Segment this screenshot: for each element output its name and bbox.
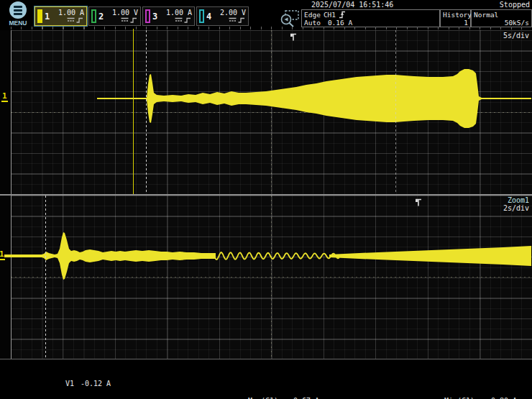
cursor-row: V1-0.12 A xyxy=(47,380,124,387)
channel-3-settings[interactable]: 3 1.00 A xyxy=(142,6,195,26)
probe-step-icon xyxy=(184,17,192,23)
dc-coupling-icon xyxy=(121,17,129,22)
channel-1-trace xyxy=(0,30,532,194)
trigger-position-marker[interactable] xyxy=(289,31,298,45)
channel-1-scale: 1.00 A xyxy=(58,9,84,17)
channel-3-color-bar xyxy=(145,9,150,23)
datetime: 2025/07/04 16:51:46 xyxy=(311,1,393,9)
header-bar: MENU 1 1.00 A 2 1.00 V 3 1.00 A xyxy=(0,0,532,29)
zoom-waveform-window[interactable] xyxy=(0,194,532,359)
menu-button[interactable]: MENU xyxy=(4,1,32,29)
zoom-trigger-position-marker[interactable] xyxy=(414,196,423,210)
time-ruler xyxy=(11,27,532,29)
channel-1-zoom-trace xyxy=(0,196,532,359)
trigger-settings-box[interactable]: Edge CH1 Auto 0.16 A xyxy=(301,9,440,27)
channel-1-position-marker[interactable]: 1 xyxy=(1,92,8,102)
channel-4-scale: 2.00 V xyxy=(220,9,246,17)
zoom-search-icon[interactable] xyxy=(279,9,301,27)
probe-step-icon xyxy=(238,17,246,23)
channel-4-color-bar xyxy=(199,9,204,23)
channel-4-number: 4 xyxy=(206,12,211,22)
trigger-type: Edge xyxy=(304,11,321,19)
channel-2-number: 2 xyxy=(98,12,104,22)
zoom-window-label: Zoom1 xyxy=(508,196,529,204)
channel-2-settings[interactable]: 2 1.00 V xyxy=(88,6,141,26)
dc-coupling-icon xyxy=(229,17,237,22)
probe-step-icon xyxy=(76,17,84,23)
time-cursor-2[interactable] xyxy=(395,30,396,194)
channel-2-color-bar xyxy=(91,9,96,23)
channel-1-zoom-position-marker[interactable]: 1 xyxy=(0,250,5,260)
channel-2-scale: 1.00 V xyxy=(112,9,138,17)
menu-icon xyxy=(9,1,27,19)
trigger-source: CH1 xyxy=(324,11,336,19)
dc-coupling-icon xyxy=(67,17,75,22)
acquisition-status: Stopped xyxy=(500,1,530,9)
measure-stats-left: Max(C1)0.67 A Rms(C1)293.964mA xyxy=(248,381,332,399)
channel-3-scale: 1.00 A xyxy=(166,9,192,17)
acquisition-box[interactable]: Normal 50kS/s xyxy=(471,9,532,27)
time-cursor-1[interactable] xyxy=(146,30,147,194)
zoom-time-cursor[interactable] xyxy=(45,196,46,358)
measure-stats-right: Min(C1)-0.80 A xyxy=(444,381,517,399)
channel-1-settings[interactable]: 1 1.00 A xyxy=(35,6,87,26)
oscilloscope-screen: { "header": { "menu_label": "MENU", "cha… xyxy=(0,0,532,399)
rising-edge-icon xyxy=(339,11,346,19)
menu-label: MENU xyxy=(4,19,32,27)
main-waveform-window[interactable] xyxy=(0,30,532,194)
channel-4-settings[interactable]: 4 2.00 V xyxy=(196,6,249,26)
history-label: History xyxy=(443,11,472,19)
cursor-readouts: V1-0.12 A V2-1.11 A ΔT24.064 s 1/ΔT41.55… xyxy=(47,364,124,399)
channel-1-number: 1 xyxy=(45,12,50,22)
main-timebase-label: 5s/div xyxy=(503,32,529,40)
history-box[interactable]: History 1 xyxy=(440,9,471,27)
probe-step-icon xyxy=(130,17,138,23)
channel-1-color-bar xyxy=(37,9,42,23)
acquisition-mode: Normal xyxy=(474,11,498,19)
zoom-position-cursor[interactable] xyxy=(133,29,134,194)
channel-3-number: 3 xyxy=(152,12,157,22)
zoom-timebase-label: 2s/div xyxy=(503,204,529,212)
dc-coupling-icon xyxy=(175,17,183,22)
